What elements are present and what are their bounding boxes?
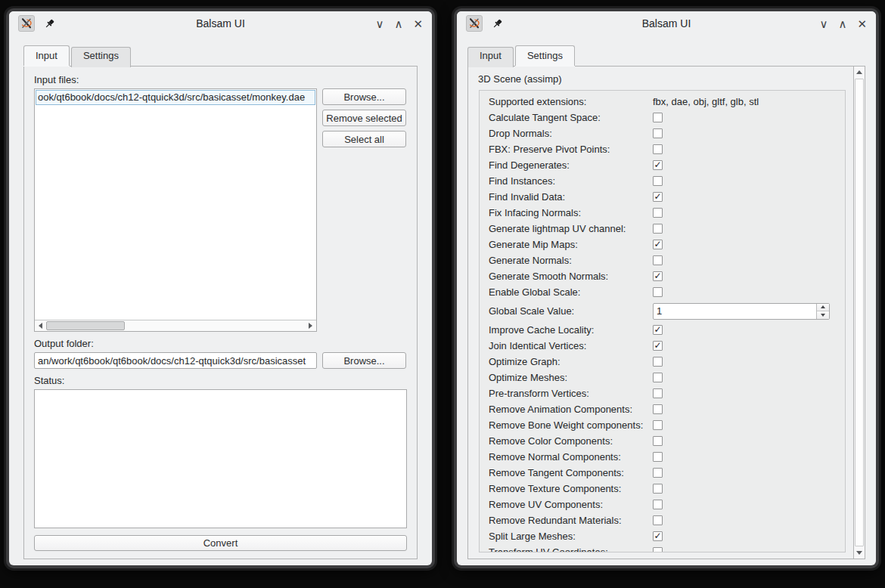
convert-button[interactable]: Convert bbox=[34, 535, 407, 551]
checkbox-drop-normals[interactable] bbox=[653, 128, 663, 138]
settings-row: Generate Mip Maps: ✓ bbox=[480, 237, 845, 252]
settings-row: Generate lightmap UV channel: bbox=[480, 221, 845, 237]
checkbox-fbx-preserve-pivot-points[interactable] bbox=[653, 144, 663, 154]
output-folder-label: Output folder: bbox=[34, 338, 407, 349]
checkbox-improve-cache-locality[interactable]: ✓ bbox=[653, 325, 663, 335]
close-icon[interactable]: ✕ bbox=[413, 18, 423, 29]
tab-settings[interactable]: Settings bbox=[515, 45, 575, 66]
pin-icon[interactable] bbox=[492, 18, 503, 29]
setting-label: Remove Bone Weight components: bbox=[489, 419, 653, 431]
checkbox-remove-bone-weight-components[interactable] bbox=[653, 420, 663, 430]
spinbox-down-icon[interactable] bbox=[817, 311, 829, 319]
checkbox-pre-transform-vertices[interactable] bbox=[653, 388, 663, 398]
settings-row: Remove Redundant Materials: bbox=[480, 512, 845, 528]
settings-row: Global Scale Value: 1 bbox=[480, 302, 845, 320]
app-icon bbox=[18, 15, 35, 32]
tab-input[interactable]: Input bbox=[467, 47, 514, 67]
checkbox-split-large-meshes[interactable]: ✓ bbox=[653, 531, 663, 541]
vscroll-thumb[interactable] bbox=[855, 79, 864, 546]
tab-input[interactable]: Input bbox=[23, 45, 70, 66]
maximize-icon[interactable]: ∧ bbox=[838, 18, 846, 29]
setting-label: Pre-transform Vertices: bbox=[489, 388, 653, 399]
setting-value bbox=[653, 357, 663, 367]
pin-icon[interactable] bbox=[44, 18, 55, 29]
scroll-up-icon[interactable] bbox=[854, 67, 865, 78]
scroll-right-icon[interactable] bbox=[305, 320, 316, 331]
global-scale-value-spinbox[interactable]: 1 bbox=[653, 303, 830, 320]
maximize-icon[interactable]: ∧ bbox=[394, 18, 402, 29]
file-list-item[interactable]: ook/qt6book/docs/ch12-qtquick3d/src/basi… bbox=[36, 90, 315, 105]
checkbox-remove-color-components[interactable] bbox=[653, 436, 663, 446]
window-settings: Balsam UI ∨ ∧ ✕ Input Settings 3D Scene … bbox=[454, 8, 879, 568]
checkbox-generate-mip-maps[interactable]: ✓ bbox=[653, 240, 663, 249]
settings-row: Calculate Tangent Space: bbox=[480, 110, 845, 125]
checkbox-enable-global-scale[interactable] bbox=[653, 287, 663, 297]
checkbox-remove-normal-components[interactable] bbox=[653, 452, 663, 462]
checkbox-remove-texture-components[interactable] bbox=[653, 484, 663, 494]
vscroll-track[interactable] bbox=[854, 78, 865, 547]
setting-label: Optimize Meshes: bbox=[489, 372, 653, 383]
horizontal-scrollbar[interactable] bbox=[35, 320, 316, 331]
setting-label: Transform UV Coordinates: bbox=[489, 546, 653, 552]
minimize-icon[interactable]: ∨ bbox=[819, 18, 828, 29]
checkbox-find-degenerates[interactable]: ✓ bbox=[653, 160, 663, 170]
settings-tab-pane: 3D Scene (assimp) Supported extensions: … bbox=[467, 66, 865, 559]
output-folder-input[interactable]: an/work/qt6book/qt6book/docs/ch12-qtquic… bbox=[34, 352, 317, 369]
settings-row: Find Instances: bbox=[480, 173, 845, 189]
scroll-left-icon[interactable] bbox=[35, 320, 46, 331]
checkbox-transform-uv-coordinates[interactable] bbox=[653, 547, 663, 552]
checkbox-fix-infacing-normals[interactable] bbox=[653, 208, 663, 218]
setting-label: Remove Redundant Materials: bbox=[489, 515, 653, 526]
checkbox-generate-smooth-normals[interactable]: ✓ bbox=[653, 271, 663, 281]
setting-value bbox=[653, 547, 663, 552]
close-icon[interactable]: ✕ bbox=[857, 18, 867, 29]
select-all-button[interactable]: Select all bbox=[322, 131, 406, 147]
scroll-down-icon[interactable] bbox=[854, 547, 865, 559]
minimize-icon[interactable]: ∨ bbox=[375, 18, 384, 29]
setting-value bbox=[653, 500, 663, 509]
checkbox-optimize-meshes[interactable] bbox=[653, 373, 663, 382]
browse-button[interactable]: Browse... bbox=[322, 88, 406, 105]
setting-value: ✓ bbox=[653, 192, 663, 202]
checkbox-remove-redundant-materials[interactable] bbox=[653, 515, 663, 525]
spinbox-value: 1 bbox=[654, 304, 816, 319]
checkbox-remove-uv-components[interactable] bbox=[653, 500, 663, 509]
setting-label: Remove UV Components: bbox=[489, 499, 653, 510]
checkbox-remove-animation-components[interactable] bbox=[653, 404, 663, 414]
setting-label: Split Large Meshes: bbox=[489, 531, 653, 542]
input-file-list[interactable]: ook/qt6book/docs/ch12-qtquick3d/src/basi… bbox=[34, 88, 317, 332]
checkbox-generate-normals[interactable] bbox=[653, 255, 663, 265]
settings-row: Optimize Graph: bbox=[480, 354, 845, 370]
titlebar[interactable]: Balsam UI ∨ ∧ ✕ bbox=[9, 11, 432, 36]
checkbox-join-identical-vertices[interactable]: ✓ bbox=[653, 341, 663, 351]
checkbox-optimize-graph[interactable] bbox=[653, 357, 663, 367]
settings-row: FBX: Preserve Pivot Points: bbox=[480, 141, 845, 157]
checkbox-find-instances[interactable] bbox=[653, 176, 663, 186]
setting-value: fbx, dae, obj, gltf, glb, stl bbox=[653, 96, 759, 107]
hscroll-thumb[interactable] bbox=[46, 321, 125, 330]
setting-value bbox=[653, 452, 663, 462]
remove-selected-button[interactable]: Remove selected bbox=[322, 110, 406, 126]
setting-value bbox=[653, 176, 663, 186]
setting-value bbox=[653, 388, 663, 398]
setting-label: Remove Tangent Components: bbox=[489, 467, 653, 478]
setting-label: Generate lightmap UV channel: bbox=[489, 223, 653, 234]
vertical-scrollbar[interactable] bbox=[853, 66, 865, 559]
settings-row: Find Degenerates: ✓ bbox=[480, 157, 845, 173]
checkbox-remove-tangent-components[interactable] bbox=[653, 468, 663, 478]
tab-settings[interactable]: Settings bbox=[71, 47, 131, 67]
settings-row: Optimize Meshes: bbox=[480, 370, 845, 385]
hscroll-track[interactable] bbox=[46, 320, 305, 331]
file-items-container: ook/qt6book/docs/ch12-qtquick3d/src/basi… bbox=[36, 90, 315, 320]
setting-label: Remove Texture Components: bbox=[489, 483, 653, 494]
checkbox-generate-lightmap-uv-channel[interactable] bbox=[653, 224, 663, 234]
output-browse-button[interactable]: Browse... bbox=[322, 352, 406, 369]
setting-label: Improve Cache Locality: bbox=[489, 324, 653, 336]
spinbox-up-icon[interactable] bbox=[817, 304, 829, 312]
setting-label: Optimize Graph: bbox=[489, 356, 653, 367]
setting-label: Calculate Tangent Space: bbox=[489, 112, 653, 123]
checkbox-calculate-tangent-space[interactable] bbox=[653, 113, 663, 122]
checkbox-find-invalid-data[interactable]: ✓ bbox=[653, 192, 663, 202]
titlebar[interactable]: Balsam UI ∨ ∧ ✕ bbox=[457, 11, 876, 36]
app-icon bbox=[466, 15, 483, 32]
